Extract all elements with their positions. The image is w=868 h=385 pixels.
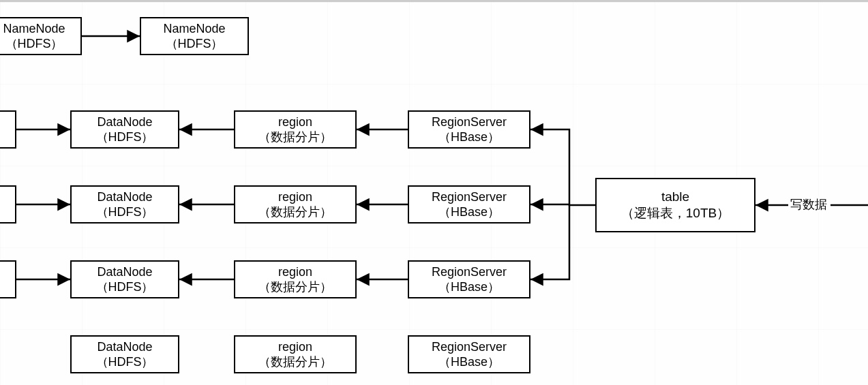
box-regionserver-3-line1: RegionServer xyxy=(432,264,507,280)
box-datanode-1: DataNode （HDFS） xyxy=(70,110,179,149)
edge-label-write: 写数据 xyxy=(789,196,828,213)
box-namenode-left-line1: NameNode xyxy=(3,21,65,37)
box-datanode-2-line1: DataNode xyxy=(97,189,152,205)
box-datanode-2-line2: （HDFS） xyxy=(96,204,154,220)
box-table-line1: table xyxy=(661,189,689,205)
box-datanode-2: DataNode （HDFS） xyxy=(70,185,179,224)
box-regionserver-1: RegionServer （HBase） xyxy=(408,110,530,149)
box-region-3: region （数据分片） xyxy=(234,260,357,298)
box-region-1: region （数据分片） xyxy=(234,110,357,149)
box-regionserver-2-line1: RegionServer xyxy=(432,189,507,205)
box-region-2-line1: region xyxy=(278,189,312,205)
box-datanode-4: DataNode （HDFS） xyxy=(70,335,179,373)
box-stub-2 xyxy=(0,185,16,224)
box-region-3-line1: region xyxy=(278,264,312,280)
box-region-2-line2: （数据分片） xyxy=(258,204,332,220)
diagram-canvas: NameNode （HDFS） NameNode （HDFS） DataNode… xyxy=(0,0,868,385)
box-region-1-line2: （数据分片） xyxy=(258,129,332,145)
box-datanode-1-line2: （HDFS） xyxy=(96,129,154,145)
box-regionserver-3: RegionServer （HBase） xyxy=(408,260,530,298)
arrow-table-to-rs1 xyxy=(530,129,595,205)
box-regionserver-1-line2: （HBase） xyxy=(438,129,500,145)
box-regionserver-4-line2: （HBase） xyxy=(438,354,500,370)
box-regionserver-4: RegionServer （HBase） xyxy=(408,335,530,373)
box-datanode-4-line2: （HDFS） xyxy=(96,354,154,370)
box-datanode-4-line1: DataNode xyxy=(97,339,152,355)
box-regionserver-2: RegionServer （HBase） xyxy=(408,185,530,224)
box-region-4-line2: （数据分片） xyxy=(258,354,332,370)
box-stub-1 xyxy=(0,110,16,149)
box-namenode-right-line1: NameNode xyxy=(163,21,225,37)
box-region-2: region （数据分片） xyxy=(234,185,357,224)
box-region-1-line1: region xyxy=(278,114,312,130)
box-datanode-3-line1: DataNode xyxy=(97,264,152,280)
box-region-3-line2: （数据分片） xyxy=(258,279,332,295)
box-regionserver-1-line1: RegionServer xyxy=(432,114,507,130)
box-datanode-3-line2: （HDFS） xyxy=(96,279,154,295)
box-regionserver-3-line2: （HBase） xyxy=(438,279,500,295)
box-datanode-1-line1: DataNode xyxy=(97,114,152,130)
box-table-line2: （逻辑表，10TB） xyxy=(621,205,730,221)
box-region-4: region （数据分片） xyxy=(234,335,357,373)
box-table: table （逻辑表，10TB） xyxy=(595,178,755,232)
box-namenode-left: NameNode （HDFS） xyxy=(0,17,82,55)
box-stub-3 xyxy=(0,260,16,298)
box-regionserver-4-line1: RegionServer xyxy=(432,339,507,355)
arrow-table-to-rs3 xyxy=(530,205,569,279)
box-regionserver-2-line2: （HBase） xyxy=(438,204,500,220)
box-namenode-right-line2: （HDFS） xyxy=(166,36,224,52)
box-namenode-right: NameNode （HDFS） xyxy=(140,17,249,55)
box-region-4-line1: region xyxy=(278,339,312,355)
box-namenode-left-line2: （HDFS） xyxy=(5,36,63,52)
box-datanode-3: DataNode （HDFS） xyxy=(70,260,179,298)
